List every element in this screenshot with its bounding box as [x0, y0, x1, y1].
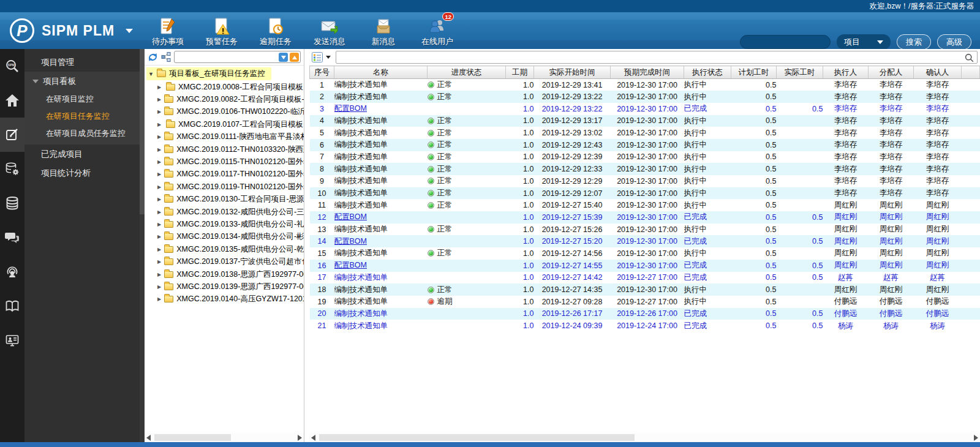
table-row[interactable]: 3配置BOM1.02019-12-29 13:222019-12-30 17:0…	[310, 103, 980, 115]
table-row[interactable]: 19编制技术通知单逾期1.02019-12-27 09:282019-12-27…	[310, 296, 980, 308]
scroll-right-arrow-icon[interactable]	[298, 435, 302, 441]
tree-item[interactable]: ▶XMGC.2019.0133-咸阳供电分公司-礼泉县	[145, 218, 304, 230]
nav-new-messages[interactable]: 新消息	[364, 15, 403, 47]
tree-item[interactable]: ▶XMGC.2019.0139-思源广西192977-00龙泉	[145, 280, 304, 293]
column-header[interactable]: 实际开始时间	[534, 66, 611, 79]
rail-item-data-config[interactable]	[0, 152, 24, 186]
task-name-link[interactable]: 配置BOM	[334, 212, 367, 221]
search-button[interactable]: 搜索	[897, 34, 931, 50]
table-row[interactable]: 20编制技术通知单1.02019-12-26 17:172019-12-26 1…	[310, 308, 980, 320]
column-settings-chevron-icon[interactable]	[326, 56, 331, 59]
menu-item-active-project-monitor[interactable]: 在研项目监控	[24, 91, 140, 108]
expand-caret-icon[interactable]: ▶	[157, 284, 161, 290]
rail-item-library[interactable]	[0, 289, 24, 323]
menu-item-project-management[interactable]: 项目管理	[24, 53, 140, 72]
task-name-link[interactable]: 配置BOM	[334, 237, 367, 246]
scrollbar-thumb[interactable]	[319, 434, 635, 441]
expand-caret-icon[interactable]: ▶	[157, 209, 161, 215]
column-header[interactable]: 预期完成时间	[611, 66, 684, 79]
tree-item[interactable]: ▶XMGC.2019.0082-工程合同项目模板-THW	[145, 93, 304, 105]
column-header[interactable]: 执行人	[823, 66, 869, 79]
nav-online-users[interactable]: 12 在线用户	[418, 15, 457, 47]
rail-item-database[interactable]	[0, 186, 24, 220]
tree-item[interactable]: ▶XMGC.2019.0115-THN0102120-国外老挝	[145, 156, 304, 168]
table-row[interactable]: 18编制技术通知单正常1.02019-12-27 14:352019-12-30…	[310, 284, 980, 296]
tree-item[interactable]: ▶XMGC.2019.0132-咸阳供电分公司-三原县	[145, 206, 304, 218]
column-header[interactable]: 计划工时	[731, 66, 777, 79]
search-category-select[interactable]: 项目	[837, 34, 891, 50]
brand[interactable]: P SIPM PLM	[10, 12, 133, 49]
tree-item[interactable]: ▶XMGC.2019.0119-THN0102120-国外老挝	[145, 181, 304, 193]
menu-item-completed-projects[interactable]: 已完成项目	[24, 145, 140, 163]
table-row[interactable]: 8编制技术通知单正常1.02019-12-29 12:332019-12-30 …	[310, 163, 980, 175]
brand-chevron-down-icon[interactable]	[126, 29, 133, 33]
tree-item[interactable]: ▶XMGC.2019.0137-宁波供电公司超市化采	[145, 255, 304, 268]
expand-caret-icon[interactable]: ▶	[157, 97, 161, 102]
column-header[interactable]: 序号	[310, 66, 334, 79]
expand-caret-icon[interactable]: ▶	[157, 109, 161, 115]
nav-send-message[interactable]: 发送消息	[310, 15, 349, 47]
table-row[interactable]: 17编制技术通知单1.02019-12-27 14:422019-12-27 1…	[310, 272, 980, 284]
expand-caret-icon[interactable]: ▶	[157, 171, 161, 177]
table-row[interactable]: 21编制技术通知单1.02019-12-24 09:392019-12-24 1…	[310, 320, 980, 332]
rail-item-broadcast[interactable]	[0, 255, 24, 289]
table-row[interactable]: 2编制技术通知单正常1.02019-12-29 13:222019-12-30 …	[310, 91, 980, 103]
menu-group-header[interactable]: 项目看板	[24, 72, 140, 91]
tree-item[interactable]: ▶XMGC.2019.0135-咸阳供电分公司-乾县供	[145, 243, 304, 255]
table-row[interactable]: 15编制技术通知单正常1.02019-12-27 14:562019-12-30…	[310, 247, 980, 260]
expand-caret-icon[interactable]: ▶	[157, 259, 161, 265]
rail-item-home[interactable]	[0, 83, 24, 118]
scroll-left-arrow-icon[interactable]	[146, 435, 151, 441]
tree-item[interactable]: ▶XMGC.2019.0106-THW0102220-临沂长春	[145, 106, 304, 118]
column-header[interactable]: 名称	[334, 66, 428, 79]
expand-caret-icon[interactable]: ▶	[157, 247, 161, 252]
tree-item[interactable]: ▶XMGC.2019.0112-THN0103320-陕西延安	[145, 143, 304, 156]
task-name-link[interactable]: 编制技术通知单	[334, 309, 388, 318]
nav-todo[interactable]: 待办事项	[148, 15, 187, 47]
menu-item-project-statistics[interactable]: 项目统计分析	[24, 163, 140, 182]
nav-overdue-tasks[interactable]: 逾期任务	[256, 15, 295, 47]
table-row[interactable]: 10编制技术通知单正常1.02019-12-29 12:072019-12-30…	[310, 187, 980, 200]
tree-item[interactable]: ▶XMGC.2019.0130-工程合同项目-思源广西	[145, 193, 304, 206]
rail-item-messages[interactable]	[0, 220, 24, 255]
expand-caret-icon[interactable]: ▶	[157, 159, 161, 165]
column-header[interactable]: 实际工时	[777, 66, 823, 79]
table-search-input[interactable]	[336, 52, 977, 64]
table-row[interactable]: 16配置BOM1.02019-12-27 14:552019-12-30 17:…	[310, 260, 980, 272]
scroll-right-arrow-icon[interactable]	[974, 435, 978, 441]
task-name-link[interactable]: 配置BOM	[334, 104, 367, 113]
tree-root-node[interactable]: ▼ 项目看板_在研项目任务监控	[146, 67, 271, 80]
expand-caret-icon[interactable]: ▶	[157, 234, 161, 239]
tree-vertical-scrollbar[interactable]	[140, 49, 145, 442]
expand-caret-icon[interactable]: ▶	[157, 85, 163, 90]
global-search-input[interactable]	[740, 35, 831, 49]
refresh-icon[interactable]	[148, 52, 158, 62]
expand-caret-icon[interactable]: ▶	[157, 222, 161, 227]
table-row[interactable]: 14配置BOM1.02019-12-27 15:202019-12-30 17:…	[310, 235, 980, 247]
menu-item-active-project-task-monitor[interactable]: 在研项目任务监控	[24, 108, 140, 125]
column-settings-icon[interactable]	[312, 52, 323, 62]
table-row[interactable]: 1编制技术通知单正常1.02019-12-29 13:412019-12-30 …	[310, 79, 980, 91]
rail-item-search[interactable]: SIPM	[0, 49, 24, 83]
scroll-left-arrow-icon[interactable]	[311, 435, 315, 441]
table-row[interactable]: 7编制技术通知单正常1.02019-12-29 12:392019-12-30 …	[310, 151, 980, 163]
expand-caret-icon[interactable]: ▶	[157, 134, 161, 140]
column-header[interactable]: 工期	[506, 66, 534, 79]
task-name-link[interactable]: 编制技术通知单	[334, 273, 388, 282]
org-chart-icon[interactable]	[161, 52, 171, 62]
tree-item[interactable]: ▶XMGC.2019.0111-陕西地电富平县淡村工	[145, 131, 304, 143]
column-header[interactable]: 进度状态	[428, 66, 506, 79]
tree-root-caret-icon[interactable]: ▼	[148, 71, 154, 77]
find-previous-icon[interactable]	[290, 53, 299, 62]
rail-item-workstation[interactable]	[0, 323, 24, 358]
tree-item[interactable]: ▶XMGC.2019.0138-思源广西192977-00龙泉	[145, 268, 304, 280]
tree-item[interactable]: ▶XMGC.2019.0008-工程合同项目模板	[145, 81, 304, 93]
tree-item[interactable]: ▶XMGC.2019.0140-高压GYZW17-120119湖	[145, 293, 304, 306]
nav-warning-tasks[interactable]: 预警任务	[202, 15, 241, 47]
find-next-icon[interactable]	[279, 53, 288, 62]
expand-caret-icon[interactable]: ▶	[157, 296, 161, 302]
table-row[interactable]: 13编制技术通知单正常1.02019-12-27 15:262019-12-30…	[310, 224, 980, 236]
tree-item[interactable]: ▶XMGC.2019.0134-咸阳供电分公司-彬县供	[145, 231, 304, 243]
table-row[interactable]: 11编制技术通知单正常1.02019-12-27 15:402019-12-30…	[310, 199, 980, 211]
expand-caret-icon[interactable]: ▶	[157, 147, 161, 152]
